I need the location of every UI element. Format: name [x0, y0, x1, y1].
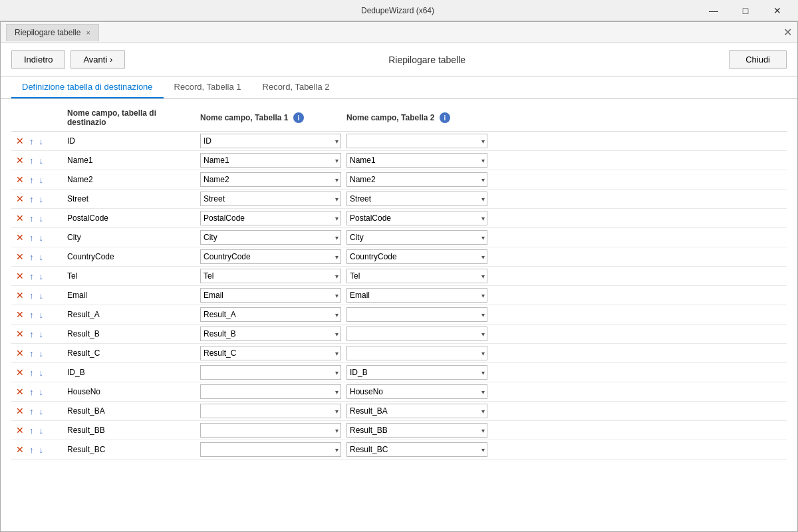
delete-button[interactable]: ✕ [14, 328, 26, 340]
move-down-button[interactable]: ↓ [37, 348, 46, 359]
table1-select[interactable]: Result_B [200, 327, 341, 341]
close-button[interactable]: Chiudi [729, 50, 787, 69]
move-up-button[interactable]: ↑ [27, 444, 36, 456]
table1-select[interactable] [200, 365, 341, 380]
move-down-button[interactable]: ↓ [37, 271, 46, 282]
move-down-button[interactable]: ↓ [37, 425, 46, 436]
table2-field-cell[interactable]: City ▾ [344, 228, 490, 247]
delete-button[interactable]: ✕ [14, 405, 26, 417]
table2-field-cell[interactable]: ▾ [344, 325, 490, 344]
table2-select[interactable] [346, 134, 487, 148]
table1-field-cell[interactable]: ID ▾ [198, 132, 344, 151]
table2-field-cell[interactable]: CountryCode ▾ [344, 247, 490, 267]
table1-field-cell[interactable]: Name2 ▾ [198, 170, 344, 190]
table2-field-cell[interactable]: Result_BC ▾ [344, 440, 490, 460]
table1-select[interactable]: Result_C [200, 346, 341, 360]
delete-button[interactable]: ✕ [14, 366, 26, 378]
table2-field-cell[interactable]: ▾ [344, 305, 490, 325]
move-up-button[interactable]: ↑ [27, 367, 36, 378]
delete-button[interactable]: ✕ [14, 444, 26, 456]
delete-button[interactable]: ✕ [14, 424, 26, 436]
delete-button[interactable]: ✕ [14, 386, 26, 398]
table2-select[interactable]: CountryCode [346, 249, 487, 264]
move-down-button[interactable]: ↓ [37, 329, 46, 340]
move-up-button[interactable]: ↑ [27, 174, 36, 186]
table1-field-cell[interactable]: Result_C ▾ [198, 344, 344, 363]
table2-select[interactable]: Name1 [346, 153, 487, 168]
delete-button[interactable]: ✕ [14, 174, 26, 186]
table2-select[interactable]: Result_BB [346, 423, 487, 438]
move-down-button[interactable]: ↓ [37, 213, 46, 224]
table2-field-cell[interactable]: PostalCode ▾ [344, 209, 490, 228]
table1-select[interactable]: Name2 [200, 172, 341, 187]
table1-select[interactable]: Name1 [200, 153, 341, 168]
window-close-x[interactable]: ✕ [783, 27, 792, 38]
table1-select[interactable] [200, 442, 341, 457]
delete-button[interactable]: ✕ [14, 251, 26, 263]
table1-select[interactable]: Tel [200, 269, 341, 283]
table2-select[interactable]: Result_BC [346, 442, 487, 457]
table2-select[interactable]: HouseNo [346, 384, 487, 399]
table2-field-cell[interactable]: ID_B ▾ [344, 363, 490, 382]
table1-select[interactable] [200, 384, 341, 399]
main-tab[interactable]: Riepilogare tabelle × [6, 24, 99, 41]
table1-select[interactable]: City [200, 230, 341, 245]
move-down-button[interactable]: ↓ [37, 194, 46, 205]
minimize-button[interactable]: — [698, 1, 729, 20]
table2-select[interactable]: Result_BA [346, 404, 487, 418]
table1-field-cell[interactable]: Result_A ▾ [198, 305, 344, 325]
table1-field-cell[interactable]: City ▾ [198, 228, 344, 247]
window-close-button[interactable]: ✕ [762, 1, 793, 20]
back-button[interactable]: Indietro [11, 50, 65, 69]
maximize-button[interactable]: □ [730, 1, 761, 20]
table2-select[interactable]: Name2 [346, 172, 487, 187]
table2-field-cell[interactable]: ▾ [344, 344, 490, 363]
table2-select[interactable]: Email [346, 288, 487, 303]
move-down-button[interactable]: ↓ [37, 444, 46, 456]
move-down-button[interactable]: ↓ [37, 309, 46, 321]
delete-button[interactable]: ✕ [14, 193, 26, 205]
table1-select[interactable]: PostalCode [200, 211, 341, 225]
table2-field-cell[interactable]: Result_BB ▾ [344, 421, 490, 440]
table2-select[interactable]: City [346, 230, 487, 245]
move-up-button[interactable]: ↑ [27, 329, 36, 340]
table2-select[interactable]: Street [346, 192, 487, 206]
table1-field-cell[interactable]: Name1 ▾ [198, 151, 344, 170]
table2-field-cell[interactable]: Email ▾ [344, 286, 490, 305]
move-down-button[interactable]: ↓ [37, 290, 46, 301]
move-down-button[interactable]: ↓ [37, 367, 46, 378]
table1-select[interactable]: Result_A [200, 307, 341, 322]
table1-field-cell[interactable]: Email ▾ [198, 286, 344, 305]
info-icon-t2[interactable]: i [440, 112, 450, 123]
info-icon-t1[interactable]: i [293, 112, 304, 123]
table1-field-cell[interactable]: ▾ [198, 382, 344, 402]
table2-select[interactable] [346, 307, 487, 322]
move-up-button[interactable]: ↑ [27, 309, 36, 321]
table2-select[interactable]: ID_B [346, 365, 487, 380]
table1-field-cell[interactable]: ▾ [198, 363, 344, 382]
table1-field-cell[interactable]: Tel ▾ [198, 267, 344, 286]
move-up-button[interactable]: ↑ [27, 271, 36, 282]
table1-field-cell[interactable]: CountryCode ▾ [198, 247, 344, 267]
move-up-button[interactable]: ↑ [27, 213, 36, 224]
move-up-button[interactable]: ↑ [27, 348, 36, 359]
table2-field-cell[interactable]: Name2 ▾ [344, 170, 490, 190]
delete-button[interactable]: ✕ [14, 135, 26, 147]
move-down-button[interactable]: ↓ [37, 406, 46, 417]
table2-field-cell[interactable]: Tel ▾ [344, 267, 490, 286]
delete-button[interactable]: ✕ [14, 347, 26, 359]
table2-select[interactable] [346, 346, 487, 360]
move-up-button[interactable]: ↑ [27, 386, 36, 398]
move-down-button[interactable]: ↓ [37, 155, 46, 166]
tab-record-t1[interactable]: Record, Tabella 1 [164, 76, 252, 98]
delete-button[interactable]: ✕ [14, 212, 26, 224]
tab-close-icon[interactable]: × [86, 29, 90, 37]
table1-select[interactable]: Street [200, 192, 341, 206]
table1-select[interactable]: ID [200, 134, 341, 148]
table2-field-cell[interactable]: Street ▾ [344, 190, 490, 209]
move-up-button[interactable]: ↑ [27, 232, 36, 243]
move-down-button[interactable]: ↓ [37, 136, 46, 147]
move-down-button[interactable]: ↓ [37, 386, 46, 398]
move-up-button[interactable]: ↑ [27, 136, 36, 147]
move-up-button[interactable]: ↑ [27, 155, 36, 166]
